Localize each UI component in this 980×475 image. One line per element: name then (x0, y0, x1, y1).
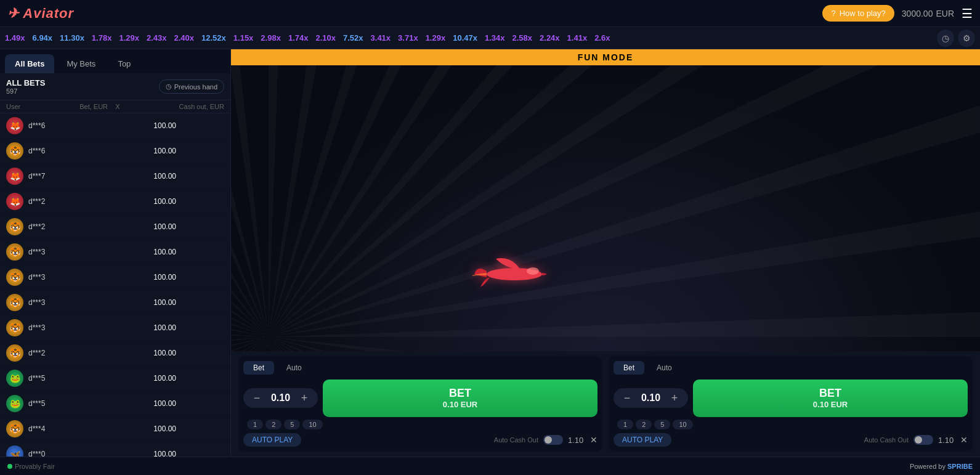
auto-tab-1[interactable]: Auto (277, 361, 312, 375)
auto-cash-toggle-1[interactable] (543, 435, 563, 445)
mult-item[interactable]: 1.34x (485, 33, 505, 43)
bet-button-2[interactable]: BET 0.10 EUR (693, 380, 968, 417)
quick-2-2[interactable]: 2 (636, 420, 652, 429)
provably-fair[interactable]: Provably Fair (7, 463, 55, 470)
auto-play-row-1: AUTO PLAY Auto Cash Out 1.10 ✕ (243, 433, 597, 447)
mult-item[interactable]: 1.49x (5, 33, 25, 43)
bet-button-1[interactable]: BET 0.10 EUR (323, 380, 597, 417)
bet-amount: 100.00 (139, 424, 176, 433)
sidebar: All Bets My Bets Top ALL BETS 597 ◷ Prev… (0, 49, 231, 457)
mult-item[interactable]: 2.40x (174, 33, 195, 43)
auto-cash-toggle-2[interactable] (913, 435, 933, 445)
mult-item[interactable]: 1.29x (426, 33, 446, 43)
mult-item[interactable]: 10.47x (453, 33, 477, 43)
mult-item[interactable]: 1.74x (288, 33, 309, 43)
auto-play-button-1[interactable]: AUTO PLAY (243, 433, 301, 447)
username: d***0 (28, 450, 134, 457)
mult-item[interactable]: 3.41x (371, 33, 391, 43)
bet-amount: 100.00 (139, 273, 176, 282)
mult-item[interactable]: 2.58x (512, 33, 533, 43)
username: d***5 (28, 374, 134, 383)
mult-controls: ◷ ⚙ (937, 30, 975, 47)
settings-button[interactable]: ⚙ (958, 30, 975, 47)
username: d***6 (28, 121, 134, 130)
avatar: 🐯 (6, 142, 23, 160)
bet-amount: 100.00 (139, 323, 176, 332)
col-bet: Bet, EUR X (79, 103, 119, 110)
table-row: 🦊 d***2 100.00 (0, 189, 230, 214)
bet-amount: 100.00 (139, 349, 176, 357)
previous-hand-button[interactable]: ◷ Previous hand (159, 79, 224, 94)
auto-tab-2[interactable]: Auto (647, 361, 682, 375)
auto-play-button-2[interactable]: AUTO PLAY (614, 433, 671, 447)
close-auto-2[interactable]: ✕ (960, 435, 968, 445)
username: d***6 (28, 147, 134, 155)
quick-5-1[interactable]: 5 (284, 420, 300, 429)
fun-mode-banner: FUN MODE (231, 49, 980, 65)
mult-item[interactable]: 1.41x (567, 33, 588, 43)
table-row: 🦋 d***0 100.00 (0, 442, 230, 457)
bets-list: 🦊 d***6 100.00 🐯 d***6 100.00 🦊 d***7 10… (0, 113, 230, 457)
quick-1-2[interactable]: 1 (617, 420, 633, 429)
svg-point-1 (527, 267, 539, 275)
bet-controls-2: − 0.10 + BET 0.10 EUR (614, 380, 968, 417)
mult-item[interactable]: 2.24x (540, 33, 560, 43)
tab-my-bets[interactable]: My Bets (57, 54, 105, 73)
table-row: 🐯 d***3 100.00 (0, 240, 230, 265)
tab-all-bets[interactable]: All Bets (5, 54, 54, 73)
bet-tab-1[interactable]: Bet (243, 361, 274, 375)
avatar: 🐯 (6, 344, 23, 362)
decrease-amount-1[interactable]: − (251, 392, 263, 404)
quick-5-2[interactable]: 5 (654, 420, 670, 429)
sidebar-tabs: All Bets My Bets Top (0, 49, 230, 73)
mult-item[interactable]: 2.43x (147, 33, 167, 43)
decrease-amount-2[interactable]: − (621, 392, 633, 404)
mult-item[interactable]: 1.29x (119, 33, 139, 43)
logo: ✈ Aviator (7, 6, 74, 22)
quick-1-1[interactable]: 1 (247, 420, 263, 429)
menu-button[interactable]: ☰ (962, 6, 973, 21)
auto-play-row-2: AUTO PLAY Auto Cash Out 1.10 ✕ (614, 433, 968, 447)
cash-out-val-1: 1.10 (568, 436, 585, 445)
bet-amount: 100.00 (139, 197, 176, 206)
bet-controls-1: − 0.10 + BET 0.10 EUR (243, 380, 597, 417)
avatar: 🐯 (6, 294, 23, 311)
mult-item[interactable]: 2.10x (315, 33, 336, 43)
mult-item[interactable]: 1.78x (92, 33, 112, 43)
bet-amount: 100.00 (139, 172, 176, 181)
amount-control-1: − 0.10 + (243, 388, 318, 408)
avatar: 🐸 (6, 395, 23, 412)
how-to-play-button[interactable]: ? How to play? (822, 5, 894, 22)
avatar: 🦊 (6, 193, 23, 210)
bet-tab-2[interactable]: Bet (614, 361, 644, 375)
header-right: ? How to play? 3000.00 EUR ☰ (822, 5, 973, 22)
quick-10-2[interactable]: 10 (673, 420, 692, 429)
mult-item[interactable]: 12.52x (201, 33, 226, 43)
increase-amount-2[interactable]: + (668, 392, 681, 404)
bet-panel-1-tabs: Bet Auto (243, 361, 597, 375)
quick-10-1[interactable]: 10 (302, 420, 322, 429)
mult-item[interactable]: 2.98x (261, 33, 281, 43)
bet-amount: 100.00 (139, 248, 176, 256)
tab-top[interactable]: Top (108, 54, 140, 73)
avatar: 🐯 (6, 319, 23, 336)
table-row: 🐯 d***2 100.00 (0, 341, 230, 366)
close-auto-1[interactable]: ✕ (590, 435, 597, 445)
cash-out-val-2: 1.10 (938, 436, 955, 445)
increase-amount-1[interactable]: + (298, 392, 310, 404)
mult-item[interactable]: 3.71x (398, 33, 418, 43)
mult-item[interactable]: 11.30x (60, 33, 84, 43)
table-row: 🐸 d***5 100.00 (0, 391, 230, 416)
username: d***7 (28, 172, 134, 181)
history-button[interactable]: ◷ (937, 30, 954, 47)
mult-item[interactable]: 2.6x (594, 33, 610, 43)
mult-item[interactable]: 7.52x (343, 33, 363, 43)
mult-item[interactable]: 1.15x (233, 33, 254, 43)
bottom-controls: Bet Auto − 0.10 + BET 0.10 EUR 1 (231, 351, 980, 457)
game-area: FUN MODE (231, 49, 980, 457)
mult-item[interactable]: 6.94x (33, 33, 53, 43)
quick-2-1[interactable]: 2 (265, 420, 281, 429)
footer: Provably Fair Powered by SPRIBE (0, 457, 980, 475)
bet-label-1: BET (330, 387, 590, 400)
col-cashout: Cash out, EUR (179, 103, 224, 110)
